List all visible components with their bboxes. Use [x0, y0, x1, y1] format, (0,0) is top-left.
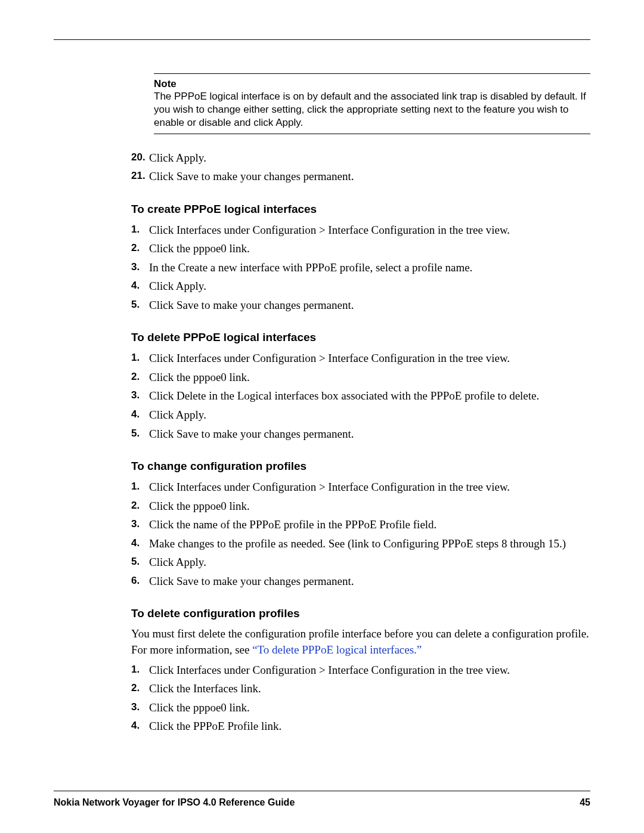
list-item: 4. Make changes to the profile as needed…	[131, 535, 590, 552]
item-text: Click Save to make your changes permanen…	[149, 426, 590, 442]
item-number: 4.	[131, 535, 149, 552]
footer-rule	[54, 791, 590, 791]
list-item: 4. Click Apply.	[131, 278, 590, 295]
item-number: 1.	[131, 222, 149, 239]
list-item: 4. Click the PPPoE Profile link.	[131, 718, 590, 735]
list-item: 3. In the Create a new interface with PP…	[131, 259, 590, 276]
item-text: Click the PPPoE Profile link.	[149, 718, 590, 735]
note-label: Note	[154, 78, 590, 90]
item-text: Click the pppoe0 link.	[149, 369, 590, 386]
list-item: 5. Click Apply.	[131, 554, 590, 571]
item-number: 5.	[131, 426, 149, 442]
list-item: 2. Click the pppoe0 link.	[131, 369, 590, 386]
item-text: Click the pppoe0 link.	[149, 699, 590, 716]
item-number: 3.	[131, 699, 149, 716]
list-item: 6. Click Save to make your changes perma…	[131, 573, 590, 590]
list-item: 2. Click the Interfaces link.	[131, 680, 590, 697]
item-number: 3.	[131, 388, 149, 404]
heading-change-profiles: To change configuration profiles	[131, 460, 590, 473]
item-text: Click Save to make your changes permanen…	[149, 168, 590, 185]
list-item: 5. Click Save to make your changes perma…	[131, 297, 590, 314]
heading-delete-pppoe-ifaces: To delete PPPoE logical interfaces	[131, 331, 590, 344]
item-number: 4.	[131, 718, 149, 735]
item-number: 5.	[131, 297, 149, 314]
list-item: 1. Click Interfaces under Configuration …	[131, 662, 590, 679]
list-item: 3. Click the name of the PPPoE profile i…	[131, 516, 590, 533]
item-text: Click Apply.	[149, 150, 590, 166]
item-number: 4.	[131, 278, 149, 295]
list-item: 4. Click Apply.	[131, 407, 590, 423]
item-text: Click Save to make your changes permanen…	[149, 297, 590, 314]
list-item: 3. Click the pppoe0 link.	[131, 699, 590, 716]
delete-pppoe-link[interactable]: “To delete PPPoE logical interfaces.”	[252, 643, 422, 656]
item-number: 3.	[131, 259, 149, 276]
list-item: 2. Click the pppoe0 link.	[131, 498, 590, 515]
item-text: Click the pppoe0 link.	[149, 240, 590, 257]
item-text: Click Apply.	[149, 407, 590, 423]
item-text: Click Interfaces under Configuration > I…	[149, 350, 590, 367]
item-text: Click the name of the PPPoE profile in t…	[149, 516, 590, 533]
list-item: 1. Click Interfaces under Configuration …	[131, 479, 590, 496]
list-item: 1. Click Interfaces under Configuration …	[131, 222, 590, 239]
item-text: Click Delete in the Logical interfaces b…	[149, 388, 590, 404]
footer-title: Nokia Network Voyager for IPSO 4.0 Refer…	[54, 797, 295, 808]
item-number: 3.	[131, 516, 149, 533]
item-number: 2.	[131, 680, 149, 697]
item-text: Click Apply.	[149, 554, 590, 571]
note-body: The PPPoE logical interface is on by def…	[154, 90, 590, 129]
item-text: Click the pppoe0 link.	[149, 498, 590, 515]
footer-page-number: 45	[580, 797, 590, 808]
item-number: 2.	[131, 498, 149, 515]
top-rule	[54, 39, 590, 40]
item-number: 20.	[131, 150, 149, 166]
item-number: 1.	[131, 662, 149, 679]
item-text: Click Interfaces under Configuration > I…	[149, 662, 590, 679]
item-number: 2.	[131, 369, 149, 386]
list-item: 2. Click the pppoe0 link.	[131, 240, 590, 257]
list-item: 1. Click Interfaces under Configuration …	[131, 350, 590, 367]
item-number: 2.	[131, 240, 149, 257]
item-text: Click the Interfaces link.	[149, 680, 590, 697]
item-number: 1.	[131, 479, 149, 496]
heading-create-pppoe: To create PPPoE logical interfaces	[131, 203, 590, 216]
note-bottom-rule	[154, 134, 590, 134]
heading-delete-profiles: To delete configuration profiles	[131, 607, 590, 620]
note-box: Note The PPPoE logical interface is on b…	[154, 73, 590, 134]
delete-profiles-intro: You must first delete the configuration …	[131, 626, 590, 658]
item-text: Click Apply.	[149, 278, 590, 295]
list-item: 20. Click Apply.	[131, 150, 590, 166]
note-top-rule	[154, 73, 590, 74]
list-item: 21. Click Save to make your changes perm…	[131, 168, 590, 185]
item-text: Click Interfaces under Configuration > I…	[149, 222, 590, 239]
item-number: 21.	[131, 168, 149, 185]
item-number: 5.	[131, 554, 149, 571]
page-footer: Nokia Network Voyager for IPSO 4.0 Refer…	[54, 791, 590, 808]
item-text: Click Save to make your changes permanen…	[149, 573, 590, 590]
item-number: 6.	[131, 573, 149, 590]
item-number: 1.	[131, 350, 149, 367]
list-item: 3. Click Delete in the Logical interface…	[131, 388, 590, 404]
item-number: 4.	[131, 407, 149, 423]
list-item: 5. Click Save to make your changes perma…	[131, 426, 590, 442]
item-text: Make changes to the profile as needed. S…	[149, 535, 590, 552]
item-text: In the Create a new interface with PPPoE…	[149, 259, 590, 276]
item-text: Click Interfaces under Configuration > I…	[149, 479, 590, 496]
